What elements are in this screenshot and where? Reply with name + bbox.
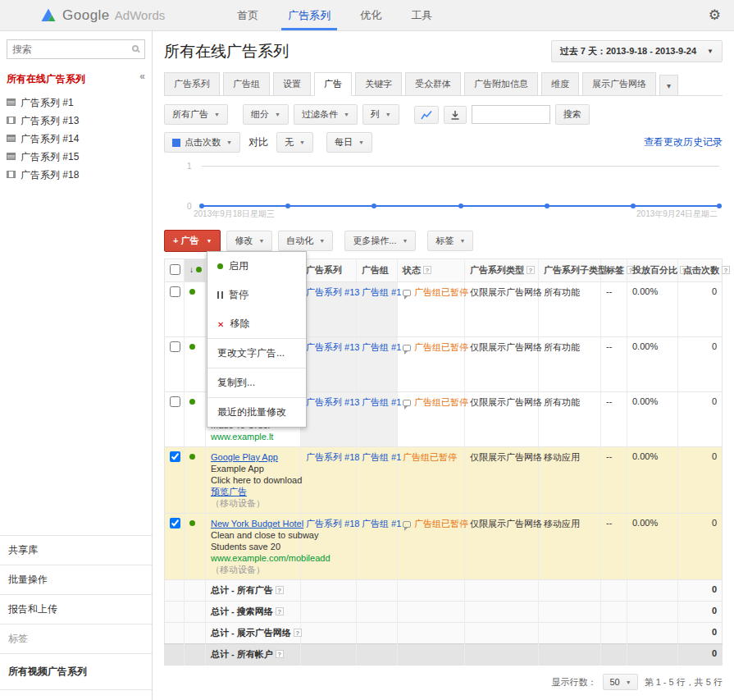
menu-item-copy-to[interactable]: 复制到... [207, 368, 306, 397]
sidebar-collapse-icon[interactable] [139, 72, 145, 80]
adgroup-link[interactable]: 广告组 #1 [362, 519, 401, 528]
metric-select-button[interactable]: 点击次数 [164, 132, 240, 153]
download-button[interactable] [444, 106, 467, 124]
header-campaign-subtype[interactable]: 广告系列子类型 [539, 259, 601, 282]
ad-headline-link[interactable]: New York Budget Hotel [211, 519, 303, 528]
ad-description: Students save 20 [211, 541, 295, 552]
sidebar-item-reports-uploads[interactable]: 报告和上传 [0, 594, 152, 624]
help-icon[interactable] [294, 629, 302, 637]
tab-dimensions[interactable]: 维度 [541, 72, 579, 96]
help-icon[interactable] [276, 607, 284, 615]
menu-item-enable[interactable]: 启用 [207, 252, 306, 281]
row-checkbox[interactable] [170, 451, 180, 462]
granularity-select-button[interactable]: 每日 [326, 132, 372, 153]
compare-select-button[interactable]: 无 [276, 132, 313, 153]
nav-tools[interactable]: 工具 [396, 0, 447, 30]
help-icon[interactable] [527, 266, 535, 274]
table-toolbar: 所有广告 细分 过滤条件 列 搜索 [164, 104, 723, 125]
ad-description: Click here to download [211, 474, 295, 486]
adgroup-link[interactable]: 广告组 #1 [362, 287, 401, 297]
row-checkbox[interactable] [170, 341, 180, 352]
select-all-checkbox[interactable] [170, 264, 180, 275]
table-search-input[interactable] [472, 105, 550, 124]
campaign-link[interactable]: 广告系列 #18 [306, 519, 359, 528]
segment-button[interactable]: 细分 [243, 104, 289, 125]
tab-more-chevron-icon[interactable] [659, 75, 678, 96]
tab-adgroups[interactable]: 广告组 [223, 72, 270, 96]
tab-ads[interactable]: 广告 [314, 72, 352, 96]
enabled-status-icon [189, 520, 195, 526]
status-sort-header[interactable] [185, 259, 206, 282]
labels-button[interactable]: 标签 [427, 231, 473, 251]
nav-campaigns[interactable]: 广告系列 [273, 0, 345, 30]
nav-home[interactable]: 首页 [222, 0, 273, 30]
pagination: 显示行数： 50 第 1 - 5 行，共 5 行 [164, 674, 723, 690]
sidebar-item-video-campaigns[interactable]: 所有视频广告系列 [0, 653, 152, 690]
tab-display-network[interactable]: 展示广告网络 [582, 72, 656, 96]
change-history-link[interactable]: 查看更改历史记录 [644, 135, 723, 149]
date-range-button[interactable]: 过去 7 天：2013-9-18 - 2013-9-24 [551, 40, 723, 62]
header-served[interactable]: 投放百分比 [627, 259, 678, 282]
columns-button[interactable]: 列 [362, 104, 399, 125]
sidebar-campaign-1[interactable]: 广告系列 #1 [7, 94, 145, 112]
sidebar-campaign-14[interactable]: 广告系列 #14 [7, 130, 145, 149]
page-size-select[interactable]: 50 [603, 674, 637, 690]
adgroup-link[interactable]: 广告组 #1 [362, 452, 401, 462]
header-campaign[interactable]: 广告系列 [301, 259, 357, 282]
nav-opportunities[interactable]: 优化 [345, 0, 396, 30]
ad-headline-link[interactable]: Google Play App [211, 452, 278, 462]
sidebar-campaign-13[interactable]: 广告系列 #13 [7, 112, 145, 130]
header-status[interactable]: 状态 [398, 259, 465, 282]
campaign-link[interactable]: 广告系列 #13 [306, 397, 359, 407]
header-adgroup[interactable]: 广告组 [357, 259, 398, 282]
tab-audiences[interactable]: 受众群体 [405, 72, 461, 96]
tab-ad-extensions[interactable]: 广告附加信息 [464, 72, 538, 96]
adgroup-link[interactable]: 广告组 #1 [362, 397, 401, 407]
help-icon[interactable] [423, 266, 431, 274]
campaign-label: 广告系列 #1 [21, 96, 74, 110]
filter-button[interactable]: 过滤条件 [294, 104, 358, 125]
campaign-link[interactable]: 广告系列 #13 [306, 287, 359, 297]
sidebar-campaign-18[interactable]: 广告系列 #18 [7, 167, 145, 185]
tab-campaigns[interactable]: 广告系列 [164, 72, 220, 96]
menu-item-recent-bulk-edits[interactable]: 最近的批量修改 [207, 398, 306, 427]
sidebar-item-shared-library[interactable]: 共享库 [0, 535, 152, 565]
sidebar-search-input[interactable] [7, 39, 145, 59]
row-checkbox[interactable] [170, 518, 180, 528]
menu-item-change-text-ads[interactable]: 更改文字广告... [207, 339, 306, 368]
add-ad-button[interactable]: + 广告 [164, 230, 221, 252]
search-button[interactable]: 搜索 [555, 104, 590, 125]
more-actions-button[interactable]: 更多操作... [344, 231, 416, 251]
totals-clicks: 0 [678, 602, 723, 623]
campaign-link[interactable]: 广告系列 #13 [306, 342, 359, 352]
row-checkbox[interactable] [170, 396, 180, 407]
help-icon[interactable] [276, 650, 284, 658]
all-online-campaigns-label[interactable]: 所有在线广告系列 [7, 72, 85, 86]
menu-item-remove[interactable]: 移除 [207, 309, 306, 338]
enabled-status-icon [189, 454, 195, 460]
tab-keywords[interactable]: 关键字 [355, 72, 402, 96]
tab-settings[interactable]: 设置 [273, 72, 311, 96]
help-icon[interactable] [276, 586, 284, 594]
menu-label: 启用 [229, 259, 248, 273]
settings-gear-icon[interactable] [709, 7, 721, 24]
adgroup-link[interactable]: 广告组 #1 [362, 342, 401, 352]
download-icon [450, 110, 460, 120]
row-checkbox[interactable] [170, 286, 180, 297]
toggle-chart-button[interactable] [414, 106, 439, 124]
sidebar-campaign-15[interactable]: 广告系列 #15 [7, 149, 145, 167]
totals-clicks: 0 [678, 644, 723, 666]
pause-icon [217, 291, 223, 299]
automate-button[interactable]: 自动化 [278, 231, 333, 251]
header-campaign-type[interactable]: 广告系列类型 [465, 259, 539, 282]
campaign-type: 仅限展示广告网络 [465, 447, 539, 514]
header-clicks[interactable]: 点击次数 [678, 259, 723, 282]
help-icon[interactable] [722, 266, 730, 274]
sidebar-item-bulk-operations[interactable]: 批量操作 [0, 565, 152, 594]
view-filter-button[interactable]: 所有广告 [164, 104, 228, 125]
campaign-link[interactable]: 广告系列 #18 [306, 452, 359, 462]
sidebar-item-labels[interactable]: 标签 [0, 624, 152, 653]
ad-preview-link[interactable]: 预览广告 [211, 487, 247, 496]
menu-item-pause[interactable]: 暂停 [207, 281, 306, 309]
edit-button[interactable]: 修改 [226, 231, 272, 251]
